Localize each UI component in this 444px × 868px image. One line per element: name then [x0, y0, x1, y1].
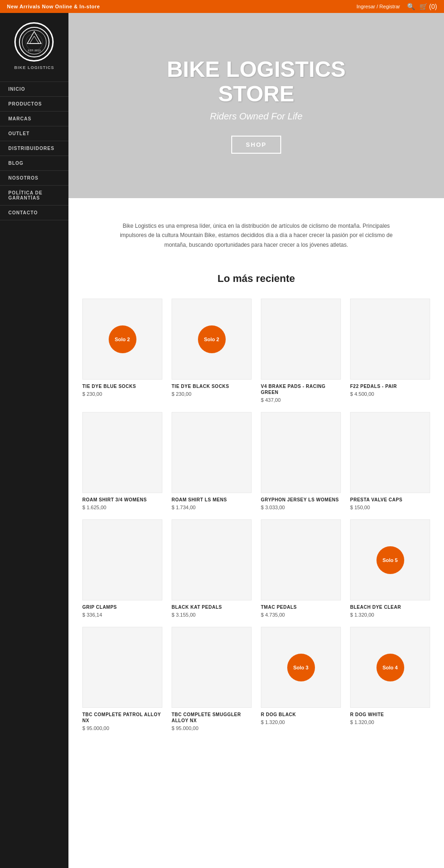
- layout: EST. 2013 BIKE LOGISTICS INICIOPRODUCTOS…: [0, 13, 444, 868]
- product-name: TMAC PEDALS: [261, 604, 341, 610]
- product-card[interactable]: PRESTA VALVE CAPS$ 150,00: [350, 412, 430, 510]
- product-price: $ 1.320,00: [350, 612, 430, 618]
- product-image: [261, 299, 341, 380]
- cart-icon[interactable]: 🛒 (0): [419, 3, 437, 10]
- product-price: $ 95.000,00: [82, 725, 162, 731]
- product-image: [350, 299, 430, 380]
- sidebar-item-nosotros[interactable]: NOSOTROS: [0, 171, 68, 186]
- sidebar-item-marcas[interactable]: MARCAS: [0, 112, 68, 126]
- product-card[interactable]: Solo 4R DOG WHITE$ 1.320,00: [350, 627, 430, 731]
- product-name: PRESTA VALVE CAPS: [350, 497, 430, 503]
- top-bar-icons: 🔍 🛒 (0): [407, 3, 437, 10]
- product-name: TIE DYE BLUE SOCKS: [82, 383, 162, 389]
- product-card[interactable]: Solo 2TIE DYE BLACK SOCKS$ 230,00: [172, 299, 252, 403]
- product-badge: Solo 3: [287, 654, 315, 681]
- logo-text: BIKE LOGISTICS: [14, 65, 55, 70]
- top-bar-right: Ingresar / Registrar 🔍 🛒 (0): [357, 3, 437, 10]
- product-badge: Solo 4: [376, 654, 404, 681]
- sidebar-item-inicio[interactable]: INICIO: [0, 81, 68, 97]
- product-badge: Solo 2: [109, 325, 136, 353]
- products-grid: Solo 2TIE DYE BLUE SOCKS$ 230,00Solo 2TI…: [82, 299, 430, 731]
- product-price: $ 4.500,00: [350, 391, 430, 397]
- product-name: ROAM SHIRT 3/4 WOMENS: [82, 497, 162, 503]
- product-image: [261, 412, 341, 493]
- product-price: $ 95.000,00: [172, 725, 252, 731]
- shop-button[interactable]: SHOP: [231, 136, 282, 154]
- cart-count: 0: [432, 3, 435, 10]
- product-name: TBC COMPLETE PATROL ALLOY NX: [82, 712, 162, 724]
- product-image: [172, 412, 252, 493]
- product-image: [172, 519, 252, 600]
- product-price: $ 230,00: [82, 391, 162, 397]
- product-price: $ 1.625,00: [82, 505, 162, 510]
- product-image: [350, 412, 430, 493]
- product-image: [82, 627, 162, 708]
- sidebar-item-blog[interactable]: BLOG: [0, 156, 68, 171]
- section-title: Lo más reciente: [82, 273, 430, 285]
- product-price: $ 3.155,00: [172, 612, 252, 618]
- product-badge: Solo 5: [376, 546, 404, 574]
- product-card[interactable]: GRYPHON JERSEY LS WOMENS$ 3.033,00: [261, 412, 341, 510]
- svg-marker-2: [27, 31, 41, 44]
- product-card[interactable]: TBC COMPLETE SMUGGLER ALLOY NX$ 95.000,0…: [172, 627, 252, 731]
- product-card[interactable]: Solo 2TIE DYE BLUE SOCKS$ 230,00: [82, 299, 162, 403]
- sidebar-item-outlet[interactable]: OUTLET: [0, 126, 68, 141]
- product-price: $ 1.320,00: [350, 719, 430, 725]
- search-icon[interactable]: 🔍: [407, 3, 415, 10]
- products-section: Lo más reciente Solo 2TIE DYE BLUE SOCKS…: [68, 273, 444, 749]
- main-content: BIKE LOGISTICS STORE Riders Owned For Li…: [68, 13, 444, 868]
- hero-subtitle: Riders Owned For Life: [210, 111, 302, 122]
- product-image: Solo 5: [350, 519, 430, 600]
- product-name: GRIP CLAMPS: [82, 604, 162, 610]
- product-name: R DOG BLACK: [261, 712, 341, 718]
- product-name: GRYPHON JERSEY LS WOMENS: [261, 497, 341, 503]
- login-link[interactable]: Ingresar / Registrar: [357, 4, 400, 9]
- product-name: TIE DYE BLACK SOCKS: [172, 383, 252, 389]
- logo-circle: EST. 2013: [14, 22, 54, 62]
- sidebar-item-distribuidores[interactable]: DISTRIBUIDORES: [0, 141, 68, 156]
- product-name: BLACK KAT PEDALS: [172, 604, 252, 610]
- promo-text: New Arrivals Now Online & In-store: [7, 4, 100, 9]
- product-card[interactable]: Solo 5BLEACH DYE CLEAR$ 1.320,00: [350, 519, 430, 618]
- product-price: $ 230,00: [172, 391, 252, 397]
- hero-section: BIKE LOGISTICS STORE Riders Owned For Li…: [68, 13, 444, 198]
- product-price: $ 437,00: [261, 397, 341, 403]
- product-price: $ 336,14: [82, 612, 162, 618]
- product-image: Solo 2: [172, 299, 252, 380]
- product-image: [82, 519, 162, 600]
- product-card[interactable]: TMAC PEDALS$ 4.735,00: [261, 519, 341, 618]
- sidebar-item-productos[interactable]: PRODUCTOS: [0, 97, 68, 112]
- product-card[interactable]: TBC COMPLETE PATROL ALLOY NX$ 95.000,00: [82, 627, 162, 731]
- product-card[interactable]: ROAM SHIRT 3/4 WOMENS$ 1.625,00: [82, 412, 162, 510]
- product-image: Solo 3: [261, 627, 341, 708]
- top-bar: New Arrivals Now Online & In-store Ingre…: [0, 0, 444, 13]
- product-card[interactable]: GRIP CLAMPS$ 336,14: [82, 519, 162, 618]
- product-price: $ 4.735,00: [261, 612, 341, 618]
- about-section: Bike Logistics es una empresa líder, úni…: [68, 198, 444, 273]
- product-price: $ 1.734,00: [172, 505, 252, 510]
- product-image: Solo 2: [82, 299, 162, 380]
- product-image: [172, 627, 252, 708]
- product-image: Solo 4: [350, 627, 430, 708]
- product-name: F22 PEDALS - PAIR: [350, 383, 430, 389]
- about-text: Bike Logistics es una empresa líder, úni…: [117, 221, 395, 250]
- product-card[interactable]: Solo 3R DOG BLACK$ 1.320,00: [261, 627, 341, 731]
- product-name: V4 BRAKE PADS - RACING GREEN: [261, 383, 341, 395]
- sidebar-item-contacto[interactable]: CONTACTO: [0, 206, 68, 220]
- product-card[interactable]: F22 PEDALS - PAIR$ 4.500,00: [350, 299, 430, 403]
- nav-menu: INICIOPRODUCTOSMARCASOUTLETDISTRIBUIDORE…: [0, 77, 68, 225]
- product-price: $ 1.320,00: [261, 719, 341, 725]
- sidebar: EST. 2013 BIKE LOGISTICS INICIOPRODUCTOS…: [0, 13, 68, 868]
- product-card[interactable]: V4 BRAKE PADS - RACING GREEN$ 437,00: [261, 299, 341, 403]
- svg-text:EST. 2013: EST. 2013: [28, 49, 41, 52]
- product-card[interactable]: BLACK KAT PEDALS$ 3.155,00: [172, 519, 252, 618]
- product-name: R DOG WHITE: [350, 712, 430, 718]
- product-card[interactable]: ROAM SHIRT LS MENS$ 1.734,00: [172, 412, 252, 510]
- hero-title: BIKE LOGISTICS STORE: [167, 57, 346, 106]
- product-badge: Solo 2: [198, 325, 226, 353]
- product-image: [261, 519, 341, 600]
- product-name: BLEACH DYE CLEAR: [350, 604, 430, 610]
- sidebar-item-política-de-garantías[interactable]: POLÍTICA DE GARANTÍAS: [0, 186, 68, 206]
- product-price: $ 150,00: [350, 505, 430, 510]
- product-name: ROAM SHIRT LS MENS: [172, 497, 252, 503]
